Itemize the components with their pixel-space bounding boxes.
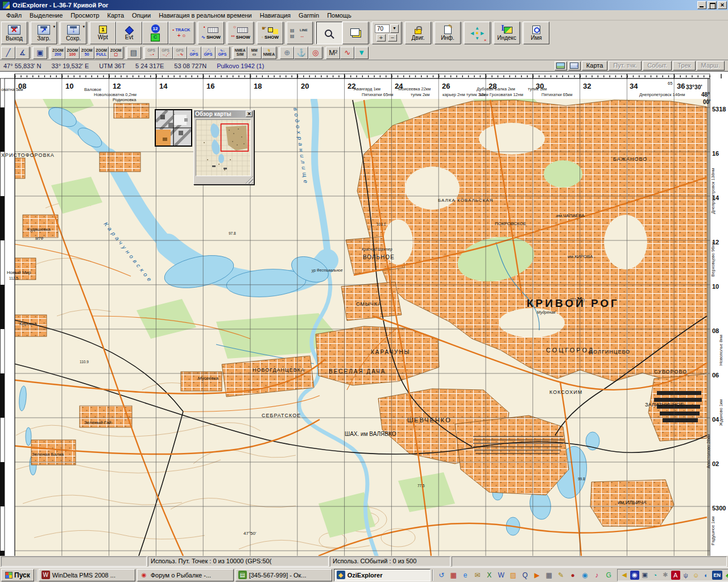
task-button-1[interactable]: ◉Форум о Рыбалке -... [137,569,234,581]
minimize-button[interactable] [697,1,706,9]
magnifier-button[interactable] [316,22,342,44]
menu-item-5[interactable]: Навигация в реальном времени [155,11,256,20]
task-button-2[interactable]: ▤[345-567-999] - Ок... [235,569,332,581]
tab-событ-[interactable]: Событ. [643,61,672,70]
menu-item-0[interactable]: Файл [2,11,26,20]
show-events-button[interactable]: SHOW [228,22,254,44]
internet-explorer-icon[interactable]: e [460,569,471,580]
menu-item-3[interactable]: Карта [104,11,128,20]
refresh-icon[interactable]: ↺ [436,569,447,580]
map-canvas[interactable]: 0810121416182022242628303234366553181614… [0,72,728,556]
ati-icon[interactable]: A [671,571,680,580]
menu-item-2[interactable]: Просмотр [67,11,103,20]
calculator-icon[interactable]: ▦ [544,569,555,580]
excel-icon[interactable]: X [484,569,495,580]
restore-button[interactable] [708,1,717,9]
name-search-button[interactable]: Имя [523,22,549,44]
zoom-level-value[interactable]: 70 [375,24,390,33]
map-index-button[interactable]: Индекс [494,22,520,44]
get-trk-gps-button[interactable]: ∿↓GPS [216,47,230,59]
mob-button[interactable]: ◎ [308,47,322,59]
overview-close-icon[interactable]: ✕ [246,111,253,117]
map-image-button[interactable] [555,61,567,70]
map-info-button[interactable]: Инф. [435,22,461,44]
tab-трек[interactable]: Трек [673,61,695,70]
editor-icon[interactable]: ✎ [556,569,566,580]
green-app-icon[interactable]: G [603,569,614,580]
search-icon[interactable]: Q [520,569,531,580]
track-ruler-tool-button[interactable]: ∡ [15,47,30,59]
filter-button[interactable]: ▼ [354,47,369,59]
get-rte-gps-button[interactable]: ⋰↓GPS [201,47,216,59]
area-calc-button[interactable]: M² [326,47,340,59]
player-icon[interactable]: ◐ [702,571,711,580]
map-overview-window[interactable]: Обзор карты ✕ [193,110,254,185]
service-icon[interactable]: ✱ [661,571,670,580]
layers-button[interactable] [342,22,369,44]
tab-марш-[interactable]: Марш. [697,61,725,70]
launch-icon[interactable]: ▶ [532,569,543,580]
pan-control-button[interactable]: ▲◀●▶▼× [464,22,490,44]
zoom-full-button[interactable]: ZOOMFULL [94,47,109,59]
magnifier-window[interactable] [155,109,192,147]
dropdown-arrow-icon[interactable]: ▾ [53,24,55,29]
load-button[interactable]: Загр.▾ [31,22,57,44]
lang-indicator-icon[interactable]: EN [712,571,722,580]
tab-карта[interactable]: Карта [582,61,607,70]
anchor-alarm-button[interactable]: ⚓ [294,47,308,59]
zoom-dropdown-arrow-icon[interactable]: ▼ [390,24,399,33]
folder-icon[interactable]: ▨ [508,569,519,580]
resize-grip[interactable] [245,176,253,184]
scheduler-icon[interactable]: ◔ [651,571,660,580]
menu-item-6[interactable]: Навигация [256,11,295,20]
zoom-200-button[interactable]: ZOOM200 [51,47,65,59]
zoom-100-button[interactable]: ZOOM100 [65,47,80,59]
word-icon[interactable]: W [496,569,507,580]
zoom-50-button[interactable]: ZOOM50 [80,47,94,59]
waypoint-button[interactable]: 1Wpt [90,22,116,44]
network-icon[interactable]: ▣ [640,571,650,580]
close-button[interactable]: ✕ [718,1,727,9]
mail-icon[interactable]: ✉ [472,569,483,580]
print-map-button[interactable]: ▤ [127,47,141,59]
exit-button[interactable]: Выход [1,22,27,44]
save-position-button[interactable] [568,61,581,70]
menu-item-7[interactable]: Garmin [295,11,323,20]
show-waypoints-button[interactable]: SHOW [257,22,283,44]
overview-title-bar[interactable]: Обзор карты ✕ [194,110,254,118]
position-target-button[interactable]: ⊕ [280,47,294,59]
zoom-out-button[interactable]: − [388,34,397,41]
volume-icon[interactable]: ◀ [620,571,629,580]
task-button-3[interactable]: ◈OziExplorer [334,569,431,581]
points-12c-button[interactable] [142,22,168,44]
doc-tools-button[interactable]: ▤LINE▤↔ [287,22,313,44]
tab-пут-тчк-[interactable]: Пут. тчк. [609,61,642,70]
messenger-icon[interactable]: ☺ [692,571,701,580]
task-button-0[interactable]: WWinDelta PMS 2008 ... [39,569,135,581]
menu-item-4[interactable]: Опции [128,11,155,20]
show-tracks-button[interactable]: SHOW [198,22,224,44]
usb-device-icon[interactable]: ψ [681,571,690,580]
moving-map-button[interactable]: MM▭ [247,47,262,59]
ruler-tool-button[interactable]: ╱ [1,47,15,59]
zoom-window-button[interactable]: ZOOM▢ [109,47,123,59]
send-wpt-gps-button[interactable]: GPS→▪ [144,47,159,59]
send-rte-gps-button[interactable]: GPS→⋰ [159,47,173,59]
dropdown-arrow-icon[interactable]: ▾ [82,24,85,29]
save-button[interactable]: Сохр.▾ [60,22,86,44]
event-button[interactable]: Evt [116,22,142,44]
get-wpt-gps-button[interactable]: ▪↓GPS [187,47,201,59]
copy-image-button[interactable]: ▣ [33,47,47,59]
mozilla-icon[interactable]: ● [568,569,578,580]
menu-item-1[interactable]: Выделение [26,11,67,20]
menu-item-8[interactable]: Помощь [323,11,355,20]
start-button[interactable]: Пуск [1,569,34,581]
send-trk-gps-button[interactable]: GPS→∿ [173,47,187,59]
nmea-log-button[interactable]: ↯NMEA [262,47,277,59]
quicktime-icon[interactable]: ♪ [592,569,602,580]
move-map-button[interactable]: Двиг. [405,22,431,44]
antivirus-icon[interactable]: ♣ [723,571,728,580]
track-ctrl-button[interactable]: TRACK+ ○ [168,22,195,44]
overview-minimap[interactable] [196,119,251,176]
nmea-sim-button[interactable]: NMEASIM [233,47,247,59]
